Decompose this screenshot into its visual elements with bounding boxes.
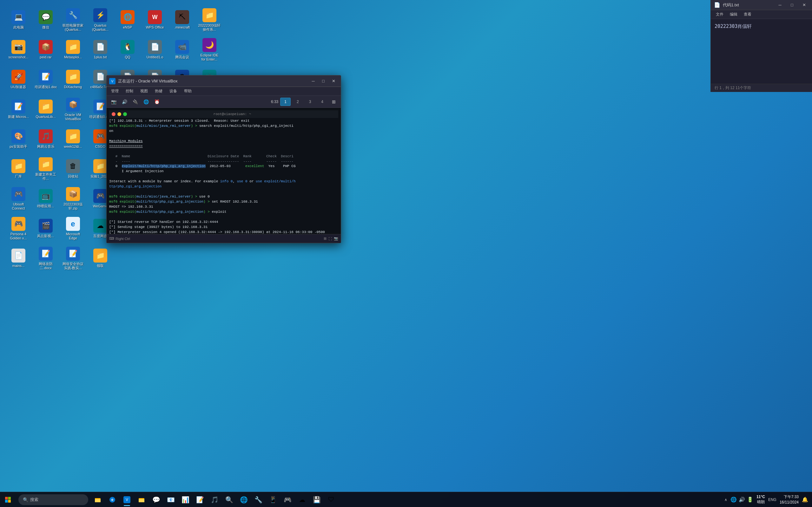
start-button[interactable] (0, 492, 16, 507)
menu-帮助[interactable]: 帮助 (181, 88, 195, 95)
taskbar-ppt[interactable]: 📊 (178, 493, 192, 507)
menu-控制[interactable]: 控制 (122, 88, 137, 95)
icon-此电脑[interactable]: 💻 此电脑 (6, 6, 31, 34)
icon-peixun1[interactable]: 📝 培训通知1.doc (33, 65, 58, 94)
terminal-line-22: [*] Meterpreter session 4 opened (192.16… (109, 230, 338, 234)
editor-content[interactable]: 20222303肖偪轩 (711, 19, 812, 84)
icon-ensp[interactable]: 🌐 eNSP (115, 6, 140, 34)
icon-工厂[interactable]: 📁 厂库 (6, 155, 31, 183)
icon-label: DiXiacheng (64, 85, 82, 89)
icon-peid-rar[interactable]: 📦 peid.rar (33, 36, 58, 64)
taskbar-app3[interactable]: 🎮 (281, 493, 295, 507)
taskbar-datetime[interactable]: 下午7:33 16/11/2024 (780, 494, 799, 505)
icon-qq[interactable]: 🐧 QQ (115, 36, 140, 64)
menu-管理[interactable]: 管理 (108, 88, 122, 95)
toolbar-net-btn[interactable]: 🌐 (142, 97, 150, 106)
icon-新建ms[interactable]: 📝 新建 Micros... (6, 95, 31, 124)
icon-netease[interactable]: 🎵 网易云音乐 (33, 125, 58, 154)
icon-20222303[interactable]: 📁 20222303偪轩操作系... (197, 6, 222, 34)
icon-1plus[interactable]: 📄 1plus.txt (88, 36, 113, 64)
tray-expand-button[interactable]: ∧ (724, 498, 727, 502)
taskbar-app4[interactable]: ☁ (295, 493, 309, 507)
language-indicator[interactable]: ENG (768, 498, 776, 502)
icon-哔哩应用[interactable]: 📺 哔哩应用... (33, 184, 58, 213)
icon-minecraft[interactable]: ⛏ .minecraft (169, 6, 195, 34)
icon-wps[interactable]: W WPS Office (142, 6, 167, 34)
weather-widget[interactable]: 11°C 晴朗 (757, 495, 765, 504)
editor-menu-view[interactable]: 查看 (741, 11, 754, 18)
icon-fengyun[interactable]: 🎬 风云影视... (33, 214, 58, 243)
vbox-menubar: 管理 控制 视图 热键 设备 帮助 (107, 87, 341, 96)
icon-网络安全协议[interactable]: 📝 网络安全协议实践-数实... (60, 244, 86, 273)
icon-网络攻防二[interactable]: 📝 网络攻防二.docx (33, 244, 58, 273)
taskbar-explorer[interactable] (91, 493, 105, 507)
editor-menu-file[interactable]: 文件 (713, 11, 726, 18)
icon-label: Ubisoft Connect (7, 202, 30, 211)
vbox-minimize-button[interactable]: ─ (308, 77, 318, 86)
icon-metasploitable[interactable]: 📁 Metasploi... (60, 36, 86, 64)
vbox-maximize-button[interactable]: □ (318, 77, 328, 86)
icon-dixiacheng[interactable]: 📁 DiXiacheng (60, 65, 86, 94)
icon-untitled1[interactable]: 📄 Untitled1.o (142, 36, 167, 64)
icon-quartuslib[interactable]: 📁 QuartusLib... (33, 95, 58, 124)
icon-msedge[interactable]: e Microsoft Edge (60, 214, 86, 243)
icon-联想[interactable]: 🔧 联想电脑管家(Quartus... (60, 6, 86, 34)
editor-minimize-button[interactable]: ─ (775, 1, 785, 9)
menu-视图[interactable]: 视图 (137, 88, 151, 95)
doc-icon: 📝 (11, 100, 26, 114)
terminal[interactable]: root@xiaopeiuan: ~ [*] 192.168.3.31 - Me… (107, 108, 341, 234)
menu-设备[interactable]: 设备 (166, 88, 180, 95)
taskbar-file-manager[interactable] (135, 493, 149, 507)
taskbar-search[interactable]: 🔍 搜索 (18, 494, 88, 505)
toolbar-time-btn[interactable]: ⏰ (152, 97, 161, 106)
editor-maximize-button[interactable]: □ (787, 1, 797, 9)
toolbar-audio-btn[interactable]: 🔊 (120, 97, 129, 106)
toolbar-scale-btn[interactable]: ⊞ (329, 97, 338, 106)
icon-label: UU加速器 (11, 85, 26, 89)
icon-screenshot[interactable]: 📷 screenshot... (6, 36, 31, 64)
icon-tengxun[interactable]: 📹 腾讯会议 (169, 36, 195, 64)
icon-ubisoft[interactable]: 🎮 Ubisoft Connect (6, 184, 31, 213)
taskbar-app2[interactable]: 📱 (266, 493, 280, 507)
toolbar-usb-btn[interactable]: 🔌 (131, 97, 140, 106)
icon-微信[interactable]: 💬 微信 (33, 6, 58, 34)
icon-eclipse[interactable]: 🌙 Eclipse IDE for Enter... (197, 36, 222, 64)
terminal-maximize-dot (123, 112, 127, 116)
toolbar-screenshot-btn[interactable]: 📷 (109, 97, 118, 106)
icon-week12[interactable]: 📁 week12&l... (60, 125, 86, 154)
icon-新建文件夹[interactable]: 📁 新建文件夹工作... (33, 155, 58, 183)
tab-3[interactable]: 3 (305, 98, 315, 106)
edge-icon: e (109, 496, 116, 503)
icon-label: 网络安全协议实践-数实... (61, 262, 85, 270)
icon-回收站[interactable]: 🗑 回收站 (60, 155, 86, 183)
editor-menu-edit[interactable]: 编辑 (727, 11, 740, 18)
icon-领取[interactable]: 📁 领取 (88, 244, 113, 273)
taskbar-wechat[interactable]: 💬 (149, 493, 163, 507)
volume-icon[interactable]: 🔊 (739, 497, 745, 503)
icon-20222303zip[interactable]: 📦 20222303偪轩.zip (60, 184, 86, 213)
taskbar-vgn[interactable]: 🎵 (207, 493, 221, 507)
icon-oracle-vm[interactable]: 📦 Oracle VM VirtualBox (60, 95, 86, 124)
icon-persona4[interactable]: 🎮 Persona 4 Golden x... (6, 214, 31, 243)
tab-4[interactable]: 4 (317, 98, 327, 106)
taskbar-mail[interactable]: 📧 (164, 493, 178, 507)
tab-2[interactable]: 2 (293, 98, 303, 106)
menu-热键[interactable]: 热键 (152, 88, 166, 95)
vbox-close-button[interactable]: ✕ (329, 77, 338, 86)
tab-1[interactable]: 1 (280, 98, 291, 106)
icon-quartus[interactable]: ⚡ Quartus (Quartus... (88, 6, 113, 34)
taskbar-app6[interactable]: 🛡 (324, 493, 338, 507)
icon-ps[interactable]: 🎨 ps安装助手 (6, 125, 31, 154)
icon-uu[interactable]: 🚀 UU加速器 (6, 65, 31, 94)
notifications-button[interactable]: 🔔 (802, 497, 808, 503)
vbox-window-buttons: ─ □ ✕ (308, 77, 338, 86)
taskbar-notes[interactable]: 📝 (193, 493, 207, 507)
icon-mains[interactable]: 📄 mains... (6, 244, 31, 273)
editor-close-button[interactable]: ✕ (799, 1, 809, 9)
taskbar-edge2[interactable]: 🌐 (237, 493, 251, 507)
taskbar-app5[interactable]: 💾 (310, 493, 324, 507)
taskbar-edge[interactable]: e (105, 493, 119, 507)
taskbar-app1[interactable]: 🔧 (251, 493, 265, 507)
taskbar-virtualbox[interactable]: V (120, 493, 134, 507)
taskbar-ida[interactable]: 🔍 (222, 493, 236, 507)
